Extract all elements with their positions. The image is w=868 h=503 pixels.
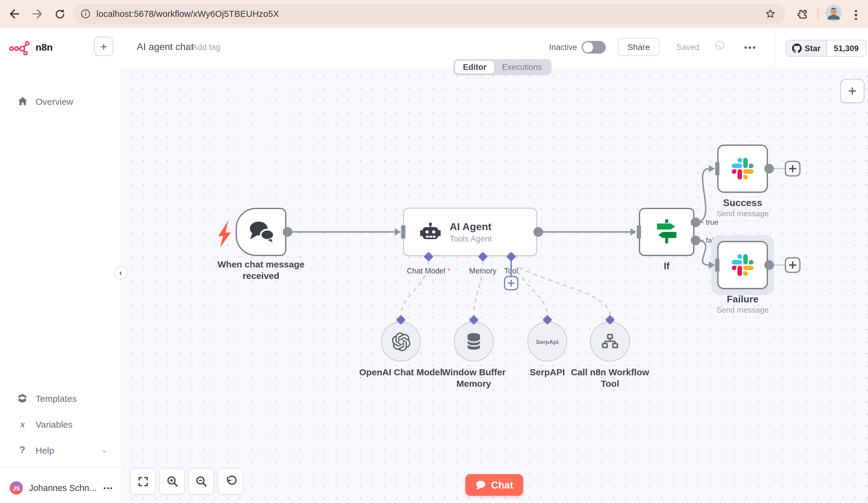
header-divider — [775, 28, 775, 67]
subnode-label-call-n8n: Call n8n Workflow Tool — [565, 367, 655, 389]
node-chat-trigger[interactable] — [236, 208, 286, 256]
node-title-ai-agent: AI Agent — [450, 221, 492, 233]
sidebar-item-templates[interactable]: Templates — [0, 388, 121, 408]
browser-back-button[interactable] — [7, 7, 22, 21]
sidebar-item-overview[interactable]: Overview — [0, 91, 121, 112]
undo-rotate-icon — [225, 475, 237, 488]
node-label-success: Success — [705, 197, 780, 209]
github-icon — [792, 43, 802, 53]
puzzle-icon — [796, 8, 807, 20]
extensions-button[interactable] — [794, 7, 809, 21]
sidebar-item-label: Help — [35, 445, 54, 455]
browser-menu-button[interactable] — [849, 8, 863, 22]
github-star-button[interactable]: Star — [786, 40, 827, 56]
workflow-title[interactable]: AI agent chat — [137, 42, 194, 52]
robot-icon — [420, 222, 441, 242]
node-subtitle-success: Send message — [705, 209, 780, 218]
user-name: Johannes Schn... — [29, 483, 96, 493]
site-info-icon[interactable] — [81, 9, 90, 19]
node-subtitle-ai-agent: Tools Agent — [450, 234, 492, 243]
connector-label-memory: Memory — [462, 267, 504, 275]
toolbar-divider — [817, 7, 818, 20]
subnode-openai-chat-model[interactable] — [381, 322, 421, 361]
toggle-knob — [583, 42, 593, 52]
url-text: localhost:5678/workflow/xWy6Oj5TBEUHzo5X — [96, 9, 279, 19]
zoom-to-fit-button[interactable] — [130, 468, 156, 495]
slack-icon — [732, 158, 754, 179]
node-ai-agent[interactable]: AI Agent Tools Agent — [403, 208, 537, 256]
variables-x-icon: x — [16, 420, 28, 429]
user-options-button[interactable] — [104, 487, 112, 489]
reset-zoom-button[interactable] — [218, 468, 244, 495]
connector-label-chat-model: Chat Model * — [389, 267, 468, 275]
connector-label-tool: Tool — [499, 267, 523, 275]
node-failure[interactable] — [717, 241, 768, 289]
subnode-serpapi[interactable]: SerpApi — [527, 322, 567, 361]
sidebar-item-label: Variables — [35, 419, 73, 429]
openai-icon — [392, 332, 410, 351]
address-bar[interactable]: localhost:5678/workflow/xWy6Oj5TBEUHzo5X — [72, 3, 785, 24]
connector-label-text: Chat Model — [407, 267, 445, 275]
svg-text:x: x — [20, 420, 25, 429]
logo-text: n8n — [35, 42, 53, 53]
user-menu[interactable]: JS Johannes Schn... — [0, 475, 121, 501]
output-label-true: true — [706, 218, 718, 227]
user-avatar: JS — [10, 481, 23, 495]
sidebar-item-help[interactable]: ? Help ⌄ — [0, 440, 121, 460]
node-subtitle-failure: Send message — [705, 305, 780, 314]
chevron-down-icon: ⌄ — [101, 446, 107, 454]
profile-photo — [825, 5, 842, 22]
workflow-menu-button[interactable] — [744, 46, 755, 49]
share-button[interactable]: Share — [618, 38, 660, 56]
github-star-widget[interactable]: Star 51,309 — [785, 40, 866, 56]
chat-bubble-icon — [475, 480, 486, 490]
help-question-icon: ? — [16, 444, 28, 455]
browser-forward-button[interactable] — [30, 7, 45, 21]
tab-executions[interactable]: Executions — [494, 61, 550, 73]
chat-bubbles-icon — [237, 209, 285, 255]
n8n-app: localhost:5678/workflow/xWy6Oj5TBEUHzo5X — [0, 0, 868, 503]
workflow-hierarchy-icon — [601, 333, 619, 350]
forward-icon — [31, 8, 43, 20]
add-node-button[interactable]: + — [840, 79, 865, 103]
sidebar-collapse-button[interactable]: ‹ — [114, 266, 127, 280]
new-workflow-button[interactable]: + — [94, 37, 113, 56]
github-star-count[interactable]: 51,309 — [827, 40, 866, 56]
node-label-failure: Failure — [705, 293, 780, 305]
templates-box-icon — [16, 394, 28, 403]
required-marker: * — [447, 267, 451, 275]
activation-status-label: Inactive — [549, 43, 577, 52]
node-label-if: If — [639, 260, 694, 272]
browser-profile-avatar[interactable] — [825, 5, 842, 22]
database-icon — [465, 332, 483, 351]
zoom-out-button[interactable] — [188, 468, 214, 495]
github-star-label: Star — [805, 44, 821, 53]
home-icon — [16, 96, 28, 106]
sidebar-divider — [0, 467, 121, 468]
n8n-logo-icon — [8, 40, 31, 55]
zoom-in-button[interactable] — [159, 468, 185, 495]
sidebar-item-label: Templates — [35, 393, 77, 403]
node-if[interactable] — [639, 208, 694, 256]
view-tabs: Editor Executions — [453, 59, 551, 75]
signpost-icon — [652, 219, 681, 245]
open-chat-button[interactable]: Chat — [465, 474, 523, 496]
browser-toolbar: localhost:5678/workflow/xWy6Oj5TBEUHzo5X — [0, 0, 868, 29]
sidebar-item-variables[interactable]: x Variables — [0, 414, 121, 434]
subnode-call-n8n-workflow-tool[interactable] — [590, 322, 630, 361]
sidebar-item-label: Overview — [35, 96, 73, 106]
subnode-window-buffer-memory[interactable] — [454, 322, 494, 361]
sidebar: n8n + Overview Templates x Variables ? H… — [0, 28, 121, 503]
zoom-out-icon — [195, 475, 207, 488]
tab-editor[interactable]: Editor — [455, 61, 494, 73]
node-success[interactable] — [717, 145, 768, 193]
serpapi-icon-text: SerpApi — [536, 338, 559, 345]
browser-reload-button[interactable] — [52, 7, 67, 21]
activation-toggle[interactable] — [582, 41, 606, 54]
bookmark-star-icon[interactable] — [765, 8, 776, 19]
history-button[interactable] — [712, 40, 725, 55]
chat-button-label: Chat — [491, 479, 513, 491]
fit-view-icon — [137, 475, 149, 487]
add-tag-button[interactable]: + Add tag — [186, 43, 220, 52]
slack-icon — [732, 254, 754, 276]
